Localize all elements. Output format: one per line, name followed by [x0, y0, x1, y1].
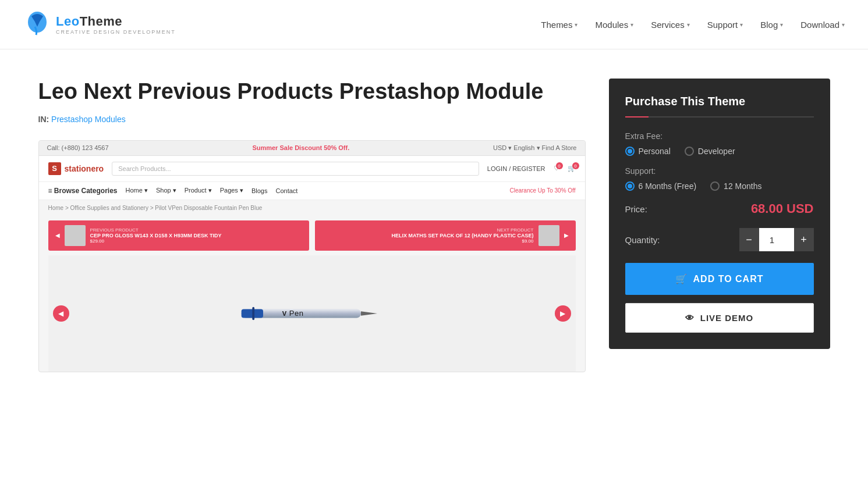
quantity-label: Quantity: [625, 235, 660, 245]
price-label: Price: [625, 204, 647, 214]
pen-image: V Pen [231, 296, 394, 331]
chevron-down-icon: ▾ [842, 22, 845, 28]
logo-icon [23, 10, 51, 38]
left-section: Leo Next Previous Products Prestashop Mo… [38, 79, 586, 372]
extra-fee-group: Extra Fee: Personal Developer [625, 131, 814, 156]
quantity-row: Quantity: − + [625, 228, 814, 251]
svg-rect-4 [241, 309, 263, 318]
quantity-increase-button[interactable]: + [794, 228, 814, 251]
product-title: Leo Next Previous Products Prestashop Mo… [38, 79, 586, 105]
demo-topbar: Call: (+880) 123 4567 Summer Sale Discou… [39, 141, 585, 156]
radio-6months[interactable]: 6 Months (Free) [625, 181, 697, 191]
demo-search-bar: Search Products... [112, 162, 479, 176]
chevron-down-icon: ▾ [630, 22, 633, 28]
radio-circle-personal [625, 147, 635, 156]
svg-rect-7 [252, 307, 254, 319]
demo-next-thumbnail [538, 225, 559, 246]
price-row: Price: 68.00 USD [625, 201, 814, 216]
extra-fee-radio-group: Personal Developer [625, 147, 814, 156]
nav-item-themes[interactable]: Themes ▾ [541, 20, 578, 30]
extra-fee-label: Extra Fee: [625, 131, 814, 141]
radio-circle-6months [625, 181, 635, 191]
demo-prev-button: ◀ PREVIOUS PRODUCT CEP PRO GLOSS W143 X … [48, 220, 309, 251]
logo[interactable]: LeoTheme CREATIVE DESIGN DEVELOPMENT [23, 10, 176, 38]
demo-logo: S stationero [48, 162, 104, 175]
page-wrapper: Leo Next Previous Products Prestashop Mo… [15, 49, 853, 396]
demo-product-image: ◀ [48, 255, 576, 372]
carousel-right-button[interactable]: ▶ [555, 305, 571, 322]
demo-product-nav: ◀ PREVIOUS PRODUCT CEP PRO GLOSS W143 X … [39, 216, 585, 255]
demo-store-nav: ≡ Browse Categories Home ▾ Shop ▾ Produc… [39, 182, 585, 200]
demo-breadcrumb: Home > Office Supplies and Stationery > … [39, 200, 585, 216]
logo-subtitle: CREATIVE DESIGN DEVELOPMENT [56, 29, 176, 35]
price-value: 68.00 USD [751, 201, 814, 216]
breadcrumb: IN: Prestashop Modules [38, 115, 586, 124]
purchase-panel: Purchase This Theme Extra Fee: Personal … [609, 79, 830, 349]
logo-title: LeoTheme [56, 14, 176, 29]
demo-logo-s-icon: S [48, 162, 61, 175]
radio-circle-developer [685, 147, 694, 156]
nav-item-blog[interactable]: Blog ▾ [760, 20, 783, 30]
chevron-down-icon: ▾ [780, 22, 783, 28]
purchase-divider [625, 116, 814, 117]
main-nav: Themes ▾ Modules ▾ Services ▾ Support ▾ … [541, 20, 845, 30]
breadcrumb-link[interactable]: Prestashop Modules [51, 115, 126, 124]
radio-developer[interactable]: Developer [685, 147, 735, 156]
radio-personal[interactable]: Personal [625, 147, 671, 156]
nav-item-services[interactable]: Services ▾ [651, 20, 690, 30]
demo-store-header: S stationero Search Products... LOGIN / … [39, 156, 585, 182]
quantity-input[interactable] [759, 228, 794, 251]
demo-store-preview: Call: (+880) 123 4567 Summer Sale Discou… [38, 140, 586, 372]
support-label: Support: [625, 166, 814, 176]
nav-item-modules[interactable]: Modules ▾ [595, 20, 633, 30]
svg-text:Pen: Pen [289, 308, 303, 317]
radio-circle-12months [710, 181, 720, 191]
svg-text:V: V [282, 309, 286, 316]
nav-item-download[interactable]: Download ▾ [800, 20, 845, 30]
chevron-down-icon: ▾ [740, 22, 743, 28]
cart-icon: 🛒 [675, 273, 688, 284]
purchase-title: Purchase This Theme [625, 95, 814, 108]
chevron-down-icon: ▾ [575, 22, 578, 28]
nav-item-support[interactable]: Support ▾ [707, 20, 743, 30]
support-radio-group: 6 Months (Free) 12 Months [625, 181, 814, 191]
demo-next-button: NEXT PRODUCT HELIX MATHS SET PACK OF 12 … [315, 220, 576, 251]
add-to-cart-button[interactable]: 🛒 ADD TO CART [625, 263, 814, 295]
chevron-down-icon: ▾ [687, 22, 690, 28]
eye-icon: 👁 [685, 313, 695, 323]
purchase-panel-wrapper: Purchase This Theme Extra Fee: Personal … [609, 79, 830, 349]
svg-marker-3 [361, 311, 377, 315]
support-group: Support: 6 Months (Free) 12 Months [625, 166, 814, 191]
live-demo-button[interactable]: 👁 LIVE DEMO [625, 303, 814, 333]
carousel-left-button[interactable]: ◀ [53, 305, 69, 322]
quantity-decrease-button[interactable]: − [739, 228, 759, 251]
site-header: LeoTheme CREATIVE DESIGN DEVELOPMENT The… [0, 0, 868, 49]
quantity-control: − + [739, 228, 814, 251]
radio-12months[interactable]: 12 Months [710, 181, 761, 191]
demo-prev-thumbnail [65, 225, 86, 246]
